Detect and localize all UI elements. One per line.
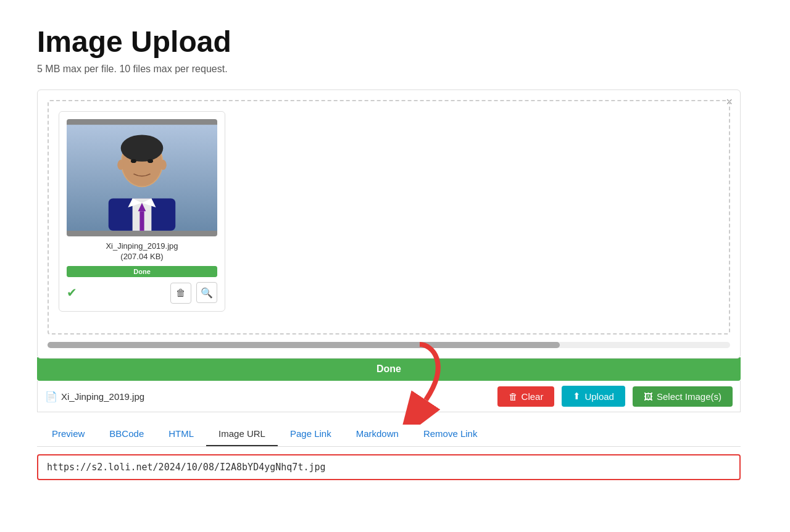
file-card-size: (207.04 KB): [67, 252, 217, 261]
file-card-actions: ✔ 🗑 🔍: [67, 282, 217, 304]
clear-button[interactable]: 🗑 Clear: [497, 386, 555, 407]
file-preview-image: [67, 119, 217, 236]
delete-button[interactable]: 🗑: [170, 283, 191, 304]
file-card: Xi_Jinping_2019.jpg (207.04 KB) Done ✔ 🗑…: [59, 111, 225, 312]
svg-point-11: [160, 160, 167, 170]
trash-icon: 🗑: [176, 288, 186, 299]
file-row-name: 📄 Xi_Jinping_2019.jpg: [45, 391, 490, 402]
tab-html[interactable]: HTML: [156, 422, 206, 446]
tab-remove-link[interactable]: Remove Link: [411, 422, 490, 446]
file-row: 📄 Xi_Jinping_2019.jpg 🗑 Clear ⬆ Upload 🖼…: [37, 381, 741, 412]
select-icon: 🖼: [644, 391, 653, 402]
page-title: Image Upload: [37, 25, 741, 59]
zoom-button[interactable]: 🔍: [196, 282, 217, 303]
progress-label: Done: [133, 268, 151, 275]
horizontal-scrollbar[interactable]: [48, 342, 730, 348]
scrollbar-thumb: [48, 342, 560, 348]
clear-label: Clear: [522, 391, 544, 402]
upload-label: Upload: [584, 391, 614, 402]
check-icon: ✔: [67, 285, 77, 300]
progress-bar: Done: [67, 266, 217, 277]
tab-markdown[interactable]: Markdown: [344, 422, 411, 446]
url-input-wrapper: [37, 454, 741, 480]
svg-point-10: [117, 160, 124, 170]
file-icon: 📄: [45, 391, 57, 402]
upload-icon: ⬆: [573, 391, 581, 402]
tab-page-link[interactable]: Page Link: [278, 422, 344, 446]
tab-image-url[interactable]: Image URL: [206, 422, 278, 446]
zoom-icon: 🔍: [201, 287, 213, 299]
upload-container: ×: [37, 89, 741, 359]
svg-point-9: [148, 159, 153, 163]
tab-preview[interactable]: Preview: [40, 422, 97, 446]
svg-point-8: [131, 159, 136, 163]
tab-bbcode[interactable]: BBCode: [97, 422, 156, 446]
svg-rect-7: [139, 211, 144, 231]
url-input[interactable]: [47, 462, 731, 473]
file-card-name: Xi_Jinping_2019.jpg: [67, 241, 217, 251]
done-bar: Done: [37, 357, 741, 381]
file-row-filename: Xi_Jinping_2019.jpg: [61, 391, 144, 402]
clear-trash-icon: 🗑: [509, 391, 518, 402]
svg-point-3: [121, 135, 164, 161]
select-images-button[interactable]: 🖼 Select Image(s): [633, 386, 733, 407]
select-label: Select Image(s): [657, 391, 721, 402]
upload-button[interactable]: ⬆ Upload: [562, 386, 625, 407]
drop-zone[interactable]: Xi_Jinping_2019.jpg (207.04 KB) Done ✔ 🗑…: [48, 100, 730, 335]
output-tabs: Preview BBCode HTML Image URL Page Link …: [37, 422, 741, 447]
page-subtitle: 5 MB max per file. 10 files max per requ…: [37, 64, 741, 75]
